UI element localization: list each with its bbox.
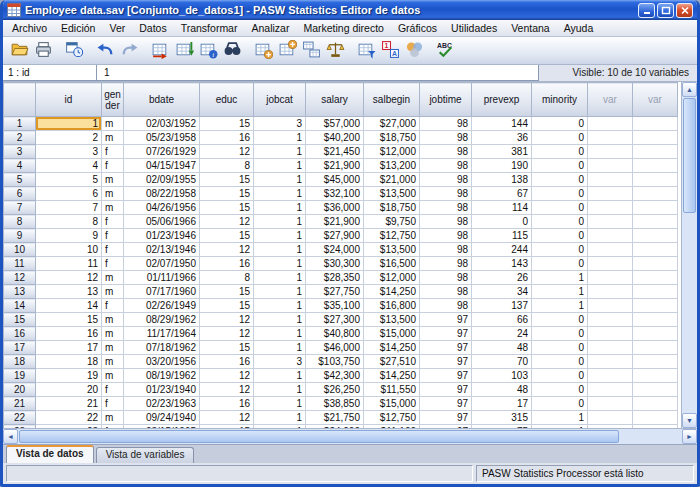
row-header[interactable]: 11: [4, 257, 36, 271]
cell[interactable]: 17: [472, 397, 532, 411]
cell[interactable]: $21,000: [364, 173, 420, 187]
cell[interactable]: 08/22/1958: [124, 187, 200, 201]
cell[interactable]: [588, 159, 633, 173]
cell[interactable]: [633, 257, 678, 271]
cell[interactable]: [633, 215, 678, 229]
cell[interactable]: 98: [420, 271, 472, 285]
cell[interactable]: [633, 187, 678, 201]
row-header[interactable]: 6: [4, 187, 36, 201]
cell[interactable]: 98: [420, 145, 472, 159]
vertical-scroll-track[interactable]: [682, 97, 697, 413]
tab-variable-view[interactable]: Vista de variables: [96, 447, 195, 463]
cell[interactable]: 98: [420, 285, 472, 299]
cell[interactable]: f: [102, 215, 124, 229]
row-header[interactable]: 16: [4, 327, 36, 341]
row-header[interactable]: 5: [4, 173, 36, 187]
cell[interactable]: [633, 383, 678, 397]
cell[interactable]: [633, 411, 678, 425]
cell[interactable]: 36: [472, 131, 532, 145]
cell[interactable]: 115: [472, 229, 532, 243]
row-header[interactable]: 10: [4, 243, 36, 257]
cell[interactable]: 0: [532, 257, 588, 271]
cell[interactable]: 1: [254, 159, 306, 173]
row-header[interactable]: 7: [4, 201, 36, 215]
cell[interactable]: 66: [472, 313, 532, 327]
cell[interactable]: 8: [200, 159, 254, 173]
cell[interactable]: $28,350: [306, 271, 364, 285]
cell[interactable]: [588, 397, 633, 411]
cell[interactable]: 0: [532, 201, 588, 215]
cell[interactable]: 315: [472, 411, 532, 425]
value-labels-button[interactable]: 1A: [378, 39, 402, 63]
cell[interactable]: f: [102, 243, 124, 257]
cell[interactable]: $24,000: [306, 243, 364, 257]
cell[interactable]: 15: [36, 313, 102, 327]
cell[interactable]: $21,750: [306, 411, 364, 425]
cell[interactable]: 01/11/1966: [124, 271, 200, 285]
cell[interactable]: $14,250: [364, 369, 420, 383]
cell[interactable]: 98: [420, 299, 472, 313]
cell[interactable]: [588, 341, 633, 355]
row-header[interactable]: 13: [4, 285, 36, 299]
select-cases-button[interactable]: [354, 39, 378, 63]
cell[interactable]: 1: [254, 411, 306, 425]
cell[interactable]: [588, 187, 633, 201]
cell[interactable]: $36,000: [306, 201, 364, 215]
cell[interactable]: 138: [472, 173, 532, 187]
cell[interactable]: 16: [200, 397, 254, 411]
open-button[interactable]: [7, 39, 31, 63]
horizontal-scroll-track[interactable]: [18, 429, 682, 444]
cell[interactable]: $18,750: [364, 201, 420, 215]
cell[interactable]: 0: [532, 313, 588, 327]
cell[interactable]: 0: [532, 397, 588, 411]
menu-item-transformar[interactable]: Transformar: [174, 21, 245, 35]
cell[interactable]: $15,000: [364, 327, 420, 341]
cell[interactable]: 04/15/1947: [124, 159, 200, 173]
cell[interactable]: 18: [36, 355, 102, 369]
row-header[interactable]: 20: [4, 383, 36, 397]
cell[interactable]: 97: [420, 313, 472, 327]
menu-item-ayuda[interactable]: Ayuda: [557, 21, 601, 35]
find-button[interactable]: [220, 39, 244, 63]
menu-item-utilidades[interactable]: Utilidades: [444, 21, 504, 35]
variables-button[interactable]: i: [196, 39, 220, 63]
cell[interactable]: m: [102, 271, 124, 285]
row-header[interactable]: 9: [4, 229, 36, 243]
horizontal-scrollbar[interactable]: ◄ ►: [3, 428, 697, 444]
cell[interactable]: 15: [200, 299, 254, 313]
spell-check-button[interactable]: ABC: [433, 39, 457, 63]
cell[interactable]: m: [102, 201, 124, 215]
cell[interactable]: 16: [36, 327, 102, 341]
row-header[interactable]: 18: [4, 355, 36, 369]
cell[interactable]: 0: [532, 159, 588, 173]
cell[interactable]: 98: [420, 187, 472, 201]
cell[interactable]: 0: [532, 229, 588, 243]
cell[interactable]: 14: [36, 299, 102, 313]
cell[interactable]: 12: [200, 383, 254, 397]
cell[interactable]: 05/06/1966: [124, 215, 200, 229]
cell[interactable]: m: [102, 355, 124, 369]
cell[interactable]: $40,200: [306, 131, 364, 145]
column-header-var[interactable]: var: [588, 83, 633, 117]
close-button[interactable]: [676, 3, 693, 18]
insert-variable-button[interactable]: [275, 39, 299, 63]
cell[interactable]: $14,250: [364, 341, 420, 355]
cell[interactable]: 12: [200, 145, 254, 159]
cell[interactable]: [588, 355, 633, 369]
cell[interactable]: m: [102, 117, 124, 131]
cell[interactable]: $12,750: [364, 229, 420, 243]
column-header-gender[interactable]: gender: [102, 83, 124, 117]
cell[interactable]: [588, 285, 633, 299]
cell[interactable]: $13,500: [364, 187, 420, 201]
cell[interactable]: $46,000: [306, 341, 364, 355]
horizontal-scroll-thumb[interactable]: [19, 430, 619, 443]
cell[interactable]: $9,750: [364, 215, 420, 229]
cell[interactable]: 24: [472, 327, 532, 341]
cell[interactable]: 12: [36, 271, 102, 285]
use-sets-button[interactable]: [402, 39, 426, 63]
cell[interactable]: 103: [472, 369, 532, 383]
cell[interactable]: 2: [36, 131, 102, 145]
cell[interactable]: [633, 173, 678, 187]
cell[interactable]: $27,900: [306, 229, 364, 243]
cell[interactable]: [633, 299, 678, 313]
